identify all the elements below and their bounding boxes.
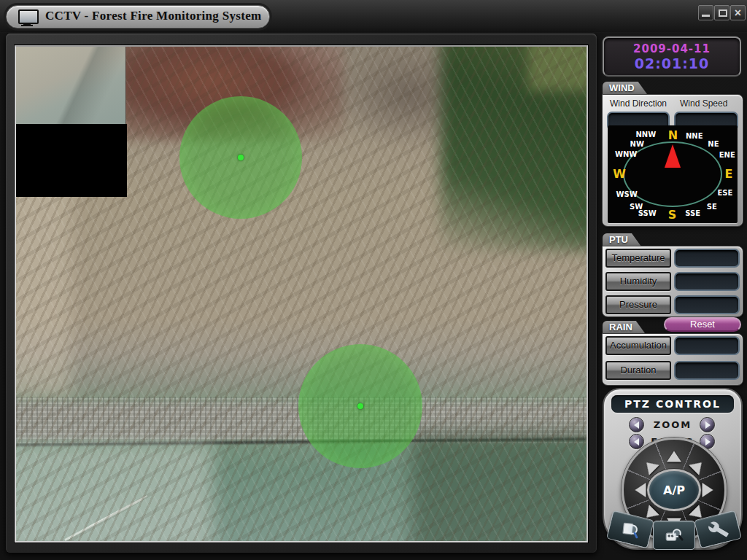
compass-point-se: SE	[707, 202, 717, 210]
map-search-icon	[619, 518, 643, 542]
zoom-in-button[interactable]	[700, 417, 715, 432]
compass-point-wnw: WNW	[615, 149, 637, 158]
humidity-button[interactable]: Humidity	[605, 272, 671, 291]
date-text: 2009-04-11	[633, 42, 711, 55]
close-button[interactable]: ×	[730, 5, 746, 20]
pressure-button[interactable]: Pressure	[605, 295, 671, 314]
temperature-value	[674, 249, 740, 268]
computer-icon	[18, 9, 39, 24]
datetime-display: 2009-04-11 02:01:10	[603, 36, 741, 77]
dpad-up-right-button[interactable]	[689, 457, 707, 475]
ptu-panel-body: Temperature Humidity Pressure	[603, 246, 743, 316]
monitoring-zone-2[interactable]	[298, 344, 422, 468]
wrench-icon	[706, 518, 730, 542]
compass-point-sse: SSE	[685, 209, 700, 217]
record-search-icon	[665, 526, 684, 545]
duration-button[interactable]: Duration	[605, 361, 671, 380]
window-title: CCTV - Forest Fire Monitoring System	[45, 9, 261, 25]
compass-point-nne: NNE	[686, 131, 703, 139]
temperature-button[interactable]: Temperature	[605, 249, 671, 268]
wind-panel: WIND Wind Direction Wind Speed NNNENEENE…	[603, 82, 743, 226]
ptz-control-panel: PTZ CONTROL ZOOM FOCUS A/P	[603, 388, 743, 550]
compass-point-nnw: NNW	[635, 131, 656, 139]
pressure-value	[674, 295, 740, 314]
monitoring-zone-1[interactable]	[179, 96, 302, 219]
dpad-up-left-button[interactable]	[641, 457, 659, 475]
close-icon: ×	[731, 6, 745, 20]
rain-panel-body: Accumulation Duration	[603, 334, 743, 385]
zoom-row: ZOOM	[604, 417, 741, 433]
wind-direction-label: Wind Direction	[610, 98, 667, 109]
maximize-icon	[719, 9, 727, 17]
minimize-button[interactable]	[698, 5, 713, 20]
compass: NNNENEENEEESESESSESSSWSWWSWWWNWNWNNW	[608, 125, 738, 223]
compass-point-ene: ENE	[719, 151, 735, 159]
compass-point-sw: SW	[630, 202, 643, 210]
duration-value	[674, 361, 740, 380]
title-bar: CCTV - Forest Fire Monitoring System ×	[0, 0, 747, 32]
accumulation-value	[674, 336, 740, 355]
right-arrow-icon	[705, 438, 711, 446]
compass-point-n: N	[668, 128, 678, 142]
time-text: 02:01:10	[635, 55, 710, 71]
maximize-button[interactable]	[714, 5, 729, 20]
auto-pan-button[interactable]: A/P	[647, 469, 701, 511]
ptu-panel-tab: PTU	[603, 233, 641, 246]
compass-point-wsw: WSW	[616, 190, 638, 198]
reset-button[interactable]: Reset	[664, 317, 741, 332]
wind-speed-label: Wind Speed	[680, 98, 727, 109]
compass-needle	[665, 144, 681, 168]
rain-panel: RAIN Reset Accumulation Duration	[603, 321, 743, 385]
camera-feed-offline[interactable]	[16, 124, 127, 197]
zoom-label: ZOOM	[604, 417, 741, 433]
rain-panel-tab: RAIN	[603, 321, 646, 334]
dpad-left-button[interactable]	[635, 483, 646, 497]
ptz-panel-title: PTZ CONTROL	[611, 395, 734, 413]
application-window: CCTV - Forest Fire Monitoring System ×	[0, 0, 747, 560]
accumulation-button[interactable]: Accumulation	[605, 336, 671, 355]
humidity-value	[674, 272, 740, 291]
wind-panel-tab: WIND	[603, 82, 648, 95]
camera-position-dot[interactable]	[357, 403, 363, 409]
window-controls: ×	[698, 5, 746, 20]
satellite-map[interactable]	[15, 45, 588, 542]
wind-panel-body: Wind Direction Wind Speed NNNENEENEEESES…	[603, 95, 743, 226]
compass-point-e: E	[724, 167, 732, 181]
compass-point-nw: NW	[630, 140, 644, 148]
compass-point-w: W	[613, 167, 626, 181]
minimize-icon	[702, 15, 710, 17]
ptu-panel: PTU Temperature Humidity Pressure	[603, 233, 743, 316]
compass-point-ne: NE	[708, 140, 719, 148]
compass-point-ese: ESE	[717, 189, 732, 197]
title-pill: CCTV - Forest Fire Monitoring System	[6, 5, 270, 28]
right-arrow-icon	[705, 421, 711, 429]
camera-position-dot[interactable]	[238, 155, 244, 160]
map-frame	[6, 34, 597, 553]
compass-point-s: S	[668, 207, 677, 221]
dpad-up-button[interactable]	[667, 451, 681, 462]
camera-feed-thumbnail[interactable]	[16, 47, 125, 124]
record-search-button[interactable]	[653, 521, 695, 550]
dpad-right-button[interactable]	[703, 483, 713, 497]
